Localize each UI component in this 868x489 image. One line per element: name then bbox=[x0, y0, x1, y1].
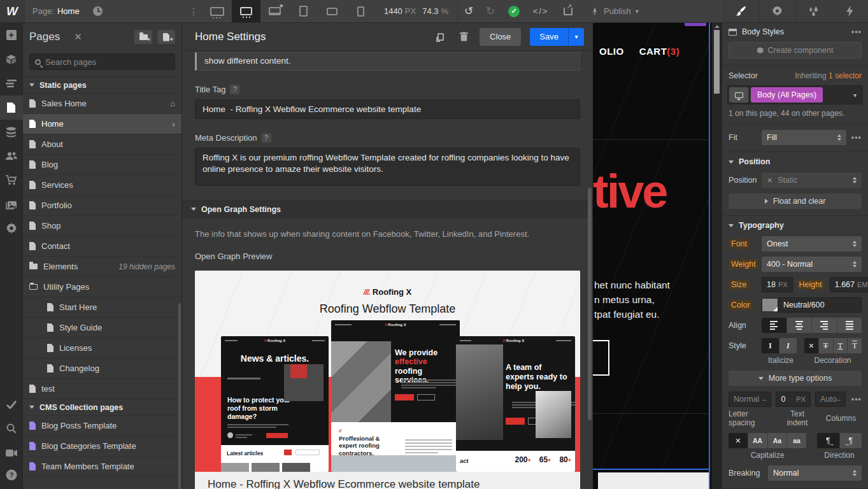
columns-input[interactable]: Auto– bbox=[815, 392, 846, 407]
preview-toggle-icon[interactable] bbox=[87, 0, 109, 22]
breakpoint-tablet[interactable] bbox=[289, 0, 318, 22]
new-folder-button[interactable]: + bbox=[134, 30, 152, 44]
page-row-blog-posts-template[interactable]: Blog Posts Template bbox=[23, 415, 181, 436]
duplicate-icon[interactable] bbox=[434, 30, 448, 44]
more-options-icon[interactable]: ••• bbox=[850, 395, 862, 404]
static-pages-section[interactable]: Static pages bbox=[23, 76, 181, 93]
pages-icon[interactable] bbox=[0, 96, 23, 120]
outline-button-fragment[interactable] bbox=[593, 340, 609, 376]
chevron-down-icon[interactable]: ▾ bbox=[853, 92, 861, 99]
lowercase-button[interactable]: aa bbox=[787, 433, 806, 448]
page-row-style-guide[interactable]: Style Guide bbox=[23, 317, 181, 337]
page-row-blog[interactable]: Blog bbox=[23, 154, 181, 174]
cms-icon[interactable] bbox=[0, 120, 23, 144]
canvas-scrollbar[interactable] bbox=[711, 23, 722, 489]
page-row-licenses[interactable]: Licenses bbox=[23, 337, 181, 358]
breakpoint-phone-landscape[interactable] bbox=[318, 0, 346, 22]
more-type-options-toggle[interactable]: More type options bbox=[729, 371, 862, 386]
page-row-portfolio[interactable]: Portfolio bbox=[23, 195, 181, 215]
code-export-icon[interactable]: </> bbox=[527, 0, 555, 22]
save-button[interactable]: Save bbox=[530, 28, 568, 46]
page-row-changelog[interactable]: Changelog bbox=[23, 358, 181, 378]
capitalize-none-button[interactable]: ✕ bbox=[729, 433, 748, 448]
cart-link[interactable]: CART(3) bbox=[639, 46, 680, 57]
color-value-field[interactable]: Neutral/600 bbox=[778, 297, 862, 313]
direction-rtl-button[interactable]: ¶← bbox=[840, 433, 862, 448]
settings-panel-icon[interactable] bbox=[759, 0, 795, 22]
meta-description-textarea[interactable]: Roffing X is our premium roffing Webflow… bbox=[195, 148, 580, 186]
align-justify-button[interactable] bbox=[837, 318, 862, 333]
breakpoint-indicator-button[interactable] bbox=[729, 87, 748, 103]
align-center-button[interactable] bbox=[787, 318, 812, 333]
page-row-home-selected[interactable]: Home› bbox=[23, 113, 181, 134]
help-icon[interactable]: ? bbox=[262, 133, 271, 143]
page-row-services[interactable]: Services bbox=[23, 174, 181, 195]
hero-heading-fragment[interactable]: tive bbox=[593, 164, 667, 218]
title-tag-input[interactable] bbox=[195, 99, 580, 119]
font-dropdown[interactable]: Onest bbox=[762, 236, 862, 252]
scroll-up-arrow[interactable] bbox=[715, 25, 720, 28]
breadcrumb[interactable]: Page: Home bbox=[25, 0, 87, 22]
capitalize-button[interactable]: Aa bbox=[768, 433, 787, 448]
weight-dropdown[interactable]: 400 - Normal bbox=[762, 257, 862, 272]
selector-field[interactable]: Body (All Pages) ▾ bbox=[727, 85, 863, 104]
uppercase-button[interactable]: AA bbox=[748, 433, 767, 448]
breakpoint-phone-portrait[interactable] bbox=[346, 0, 375, 22]
close-button[interactable]: Close bbox=[480, 28, 521, 46]
float-clear-toggle[interactable]: Float and clear bbox=[729, 194, 862, 209]
close-icon[interactable]: ✕ bbox=[74, 31, 82, 43]
page-row-test[interactable]: test bbox=[23, 378, 181, 399]
settings-scrollbar[interactable] bbox=[588, 188, 592, 420]
letter-spacing-input[interactable]: Normal– bbox=[729, 392, 771, 407]
page-row-sales-home[interactable]: Sales Home⌂ bbox=[23, 93, 181, 113]
style-panel-icon[interactable] bbox=[723, 0, 759, 22]
design-canvas[interactable]: OLIO CART(3) tive het nunc habitant n me… bbox=[593, 23, 711, 489]
overflow-menu-icon[interactable]: ⋮ bbox=[184, 0, 203, 22]
assets-icon[interactable] bbox=[0, 192, 23, 216]
undo-icon[interactable]: ↺ bbox=[458, 0, 480, 22]
components-icon[interactable] bbox=[0, 47, 23, 71]
add-elements-icon[interactable]: + bbox=[0, 23, 23, 47]
breaking-dropdown[interactable]: Normal bbox=[768, 465, 862, 481]
users-icon[interactable] bbox=[0, 144, 23, 168]
inheriting-note[interactable]: Inheriting 1 selector bbox=[795, 71, 862, 80]
redo-icon[interactable]: ↻ bbox=[480, 0, 501, 22]
search-icon[interactable] bbox=[0, 416, 23, 441]
create-component-button[interactable]: Create component bbox=[729, 42, 862, 59]
align-right-button[interactable] bbox=[812, 318, 837, 333]
navigator-icon[interactable] bbox=[0, 71, 23, 96]
page-row-shop[interactable]: Shop bbox=[23, 215, 181, 236]
page-row-team-members-template[interactable]: Team Members Template bbox=[23, 456, 181, 476]
search-pages-input[interactable] bbox=[45, 57, 169, 67]
share-export-icon[interactable] bbox=[555, 0, 581, 22]
breakpoint-base[interactable] bbox=[260, 0, 289, 22]
selector-pill[interactable]: Body (All Pages) bbox=[751, 87, 823, 103]
regular-button[interactable]: I bbox=[762, 338, 779, 353]
folder-row-elements[interactable]: Elements19 hidden pages bbox=[23, 256, 181, 276]
help-icon[interactable]: ? bbox=[230, 85, 239, 94]
position-section-header[interactable]: Position bbox=[722, 152, 868, 171]
video-tutorials-icon[interactable] bbox=[0, 441, 23, 465]
ecommerce-icon[interactable] bbox=[0, 168, 23, 192]
help-icon[interactable]: ? bbox=[0, 465, 23, 489]
page-row-start-here[interactable]: Start Here bbox=[23, 297, 181, 317]
quick-actions-icon[interactable] bbox=[832, 0, 868, 22]
italic-button[interactable]: I bbox=[779, 338, 797, 353]
cms-pages-section[interactable]: CMS Collection pages bbox=[23, 399, 181, 415]
open-graph-settings-section[interactable]: Open Graph Settings bbox=[182, 201, 593, 218]
search-pages-field[interactable] bbox=[29, 53, 175, 70]
canvas-size-readout[interactable]: 1440 PX 74.3 % bbox=[375, 0, 457, 22]
decoration-none-button[interactable]: ✕ bbox=[804, 338, 818, 353]
new-page-button[interactable]: + bbox=[157, 30, 175, 44]
folder-row-utility-pages[interactable]: Utility Pages bbox=[23, 276, 181, 297]
interactions-panel-icon[interactable] bbox=[795, 0, 832, 22]
direction-ltr-button[interactable]: ¶→ bbox=[817, 433, 839, 448]
align-left-button[interactable] bbox=[762, 318, 786, 333]
position-dropdown[interactable]: ✕Static bbox=[762, 173, 862, 188]
page-row-contact[interactable]: Contact bbox=[23, 236, 181, 256]
strikethrough-button[interactable]: T bbox=[819, 338, 833, 353]
typography-section-header[interactable]: Typography bbox=[722, 216, 868, 235]
overline-button[interactable]: T bbox=[848, 338, 862, 353]
breakpoint-xl-desktop[interactable] bbox=[203, 0, 232, 22]
scrollbar-thumb[interactable] bbox=[714, 30, 720, 94]
